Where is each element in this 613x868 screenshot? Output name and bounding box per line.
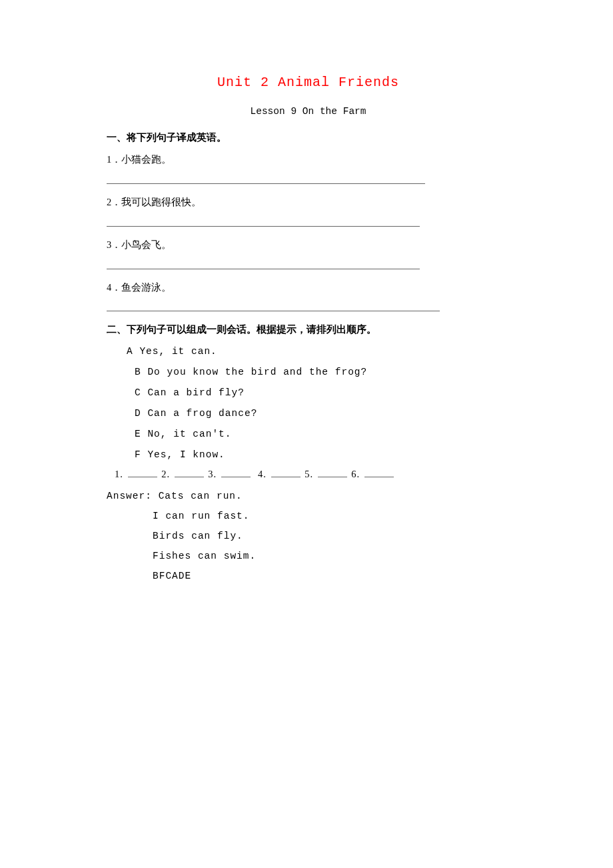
q2-answer-blank[interactable]	[107, 217, 420, 227]
seq-label-4: 4.	[258, 469, 267, 479]
seq-blank-2[interactable]	[175, 469, 204, 477]
unit-title: Unit 2 Animal Friends	[107, 75, 510, 90]
seq-blank-1[interactable]	[128, 469, 157, 477]
answer-label: Answer:	[107, 491, 159, 501]
section-2-heading: 二、下列句子可以组成一则会话。根据提示，请排列出顺序。	[107, 323, 510, 336]
seq-label-3: 3.	[208, 469, 217, 479]
seq-label-2: 2.	[161, 469, 170, 479]
answer-line-5: BFCADE	[107, 571, 510, 581]
seq-label-1: 1.	[115, 469, 123, 479]
answer-line-2: I can run fast.	[107, 511, 510, 521]
q1-prompt: 1．小猫会跑。	[107, 153, 510, 166]
option-f: F Yes, I know.	[107, 449, 510, 461]
option-c: C Can a bird fly?	[107, 387, 510, 399]
section-1-heading: 一、将下列句子译成英语。	[107, 131, 510, 144]
sequence-row: 1. 2. 3. 4. 5. 6.	[107, 469, 510, 480]
option-d: D Can a frog dance?	[107, 407, 510, 420]
page: Unit 2 Animal Friends Lesson 9 On the Fa…	[0, 0, 613, 868]
q3-prompt: 3．小鸟会飞。	[107, 239, 510, 251]
option-e: E No, it can't.	[107, 428, 510, 441]
seq-blank-3[interactable]	[221, 469, 251, 477]
q4-prompt: 4．鱼会游泳。	[107, 281, 510, 294]
seq-label-6: 6.	[351, 469, 360, 479]
option-a: A Yes, it can.	[107, 345, 510, 358]
option-b: B Do you know the bird and the frog?	[107, 366, 510, 379]
q4-answer-blank[interactable]	[107, 301, 440, 311]
seq-blank-5[interactable]	[318, 469, 347, 477]
q2-prompt: 2．我可以跑得很快。	[107, 196, 510, 209]
lesson-subtitle: Lesson 9 On the Farm	[107, 106, 510, 117]
seq-blank-6[interactable]	[364, 469, 394, 477]
seq-label-5: 5.	[305, 469, 313, 479]
answer-line-1: Cats can run.	[159, 491, 243, 501]
seq-blank-4[interactable]	[271, 469, 301, 477]
q3-answer-blank[interactable]	[107, 259, 420, 269]
answer-label-line: Answer: Cats can run.	[107, 491, 510, 501]
answer-line-4: Fishes can swim.	[107, 551, 510, 561]
q1-answer-blank[interactable]	[107, 174, 425, 184]
answer-line-3: Birds can fly.	[107, 531, 510, 541]
